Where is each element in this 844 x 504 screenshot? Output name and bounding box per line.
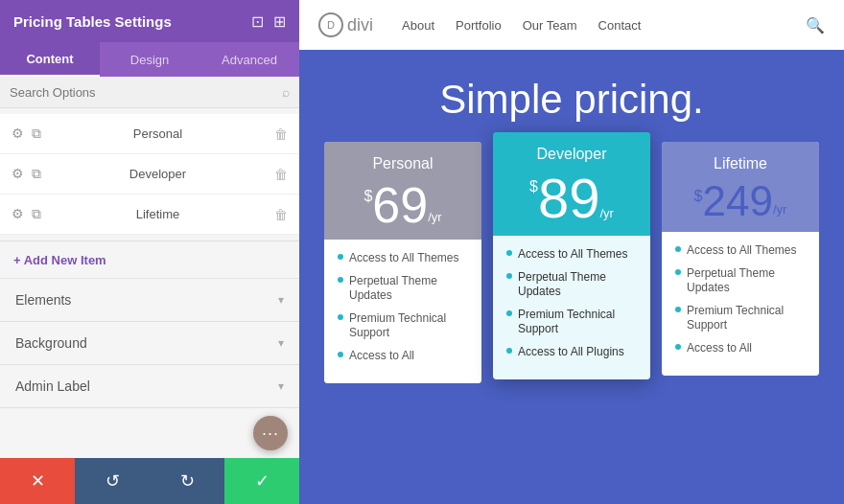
cancel-button[interactable]: ✕	[0, 458, 75, 504]
pricing-card-lifetime: Lifetime $ 249 /yr Access to All Themes …	[662, 142, 819, 376]
pricing-title: Simple pricing.	[299, 50, 844, 142]
feature-text: Perpetual Theme Updates	[518, 270, 637, 300]
feature-dot	[338, 254, 343, 260]
content-area: Simple pricing. Personal $ 69 /yr Access…	[299, 50, 844, 504]
list-item: Perpetual Theme Updates	[338, 274, 468, 304]
add-new-item-button[interactable]: + Add New Item	[13, 253, 106, 267]
feature-text: Premium Technical Support	[349, 311, 468, 341]
feature-text: Access to All Plugins	[518, 345, 624, 360]
price-period-personal: /yr	[428, 210, 441, 224]
tab-design[interactable]: Design	[100, 42, 199, 77]
feature-dot	[675, 269, 681, 275]
nav-link-our-team[interactable]: Our Team	[523, 18, 577, 33]
accordion-elements: Elements ▾	[0, 279, 299, 322]
accordion-admin-label: Admin Label ▾	[0, 365, 299, 408]
delete-icon[interactable]: 🗑	[274, 207, 288, 222]
delete-icon[interactable]: 🗑	[274, 126, 288, 142]
card-header-developer: Developer $ 89 /yr	[493, 132, 650, 236]
list-item: Premium Technical Support	[338, 311, 468, 341]
feature-dot	[506, 273, 512, 279]
item-action-icons: ⚙ ⧉	[12, 206, 41, 222]
list-item: Access to All Themes	[506, 247, 637, 263]
pricing-card-developer: Developer $ 89 /yr Access to All Themes …	[493, 132, 650, 379]
feature-dot	[506, 310, 512, 316]
list-item: Access to All Plugins	[506, 345, 637, 360]
search-input[interactable]	[10, 85, 282, 100]
feature-text: Premium Technical Support	[687, 304, 806, 333]
price-currency-lifetime: $	[694, 188, 703, 205]
chevron-down-icon: ▾	[278, 379, 284, 393]
settings-icon[interactable]: ⚙	[12, 166, 24, 182]
grid-icon[interactable]: ⊞	[273, 12, 286, 31]
item-label: Personal	[41, 126, 274, 141]
plan-name-lifetime: Lifetime	[673, 155, 808, 172]
feature-dot	[675, 307, 681, 312]
price-display-lifetime: $ 249 /yr	[673, 180, 808, 222]
search-icon[interactable]: 🔍	[806, 16, 825, 34]
table-row: ⚙ ⧉ Developer 🗑	[0, 154, 299, 195]
panel-header: Pricing Tables Settings ⊡ ⊞	[0, 0, 299, 42]
panel-title: Pricing Tables Settings	[13, 13, 172, 30]
accordion-background-label: Background	[15, 335, 87, 351]
nav-bar: D divi About Portfolio Our Team Contact …	[299, 0, 844, 50]
logo-text: divi	[347, 15, 373, 35]
price-display-developer: $ 89 /yr	[504, 171, 639, 226]
feature-text: Perpetual Theme Updates	[687, 266, 806, 296]
feature-dot	[675, 246, 681, 252]
accordion-elements-header[interactable]: Elements ▾	[0, 279, 299, 321]
card-features-personal: Access to All Themes Perpetual Theme Upd…	[324, 240, 481, 383]
list-item: Access to All Themes	[675, 243, 806, 259]
undo-button[interactable]: ↺	[75, 458, 150, 504]
price-currency-developer: $	[529, 178, 538, 195]
feature-dot	[338, 352, 343, 357]
feature-text: Access to All Themes	[687, 243, 797, 259]
accordion-admin-label-label: Admin Label	[15, 378, 90, 394]
duplicate-icon[interactable]: ⧉	[32, 126, 41, 142]
nav-link-portfolio[interactable]: Portfolio	[456, 18, 502, 33]
nav-link-contact[interactable]: Contact	[598, 18, 642, 33]
redo-icon: ↻	[180, 470, 195, 492]
bottom-bar: ✕ ↺ ↻ ✓	[0, 458, 299, 504]
duplicate-icon[interactable]: ⧉	[32, 166, 41, 182]
window-icon[interactable]: ⊡	[251, 12, 264, 31]
feature-text: Access to All Themes	[349, 251, 459, 266]
price-amount-lifetime: 249	[703, 180, 773, 222]
tab-content[interactable]: Content	[0, 42, 100, 77]
list-item: Premium Technical Support	[506, 308, 637, 337]
list-item: Access to All Themes	[338, 251, 468, 266]
feature-text: Perpetual Theme Updates	[349, 274, 468, 304]
more-options-button[interactable]: ···	[253, 416, 288, 450]
list-item: Access to All	[675, 341, 806, 356]
feature-dot	[506, 250, 512, 256]
undo-icon: ↺	[106, 470, 120, 492]
card-header-lifetime: Lifetime $ 249 /yr	[662, 142, 819, 232]
logo-letter: D	[327, 19, 335, 31]
accordion-admin-label-header[interactable]: Admin Label ▾	[0, 365, 299, 407]
settings-icon[interactable]: ⚙	[12, 206, 24, 222]
duplicate-icon[interactable]: ⧉	[32, 206, 41, 222]
chevron-down-icon: ▾	[278, 336, 284, 350]
save-icon: ✓	[255, 470, 270, 492]
redo-button[interactable]: ↻	[150, 458, 224, 504]
feature-text: Access to All	[349, 349, 414, 364]
item-label: Lifetime	[41, 207, 274, 221]
feature-dot	[338, 277, 343, 283]
list-item: Perpetual Theme Updates	[506, 270, 637, 300]
settings-icon[interactable]: ⚙	[12, 126, 24, 142]
table-row: ⚙ ⧉ Lifetime 🗑	[0, 195, 299, 235]
delete-icon[interactable]: 🗑	[274, 167, 288, 182]
price-currency-personal: $	[363, 188, 372, 205]
card-header-personal: Personal $ 69 /yr	[324, 142, 481, 240]
nav-link-about[interactable]: About	[402, 18, 434, 33]
accordion-background-header[interactable]: Background ▾	[0, 322, 299, 364]
pricing-cards: Personal $ 69 /yr Access to All Themes P…	[299, 142, 844, 383]
card-features-lifetime: Access to All Themes Perpetual Theme Upd…	[662, 232, 819, 376]
plan-name-personal: Personal	[336, 155, 470, 172]
nav-links: About Portfolio Our Team Contact	[402, 18, 806, 33]
item-label: Developer	[41, 167, 274, 181]
accordion-elements-label: Elements	[15, 292, 71, 308]
tab-advanced[interactable]: Advanced	[199, 42, 299, 77]
pricing-card-personal: Personal $ 69 /yr Access to All Themes P…	[324, 142, 481, 383]
save-button[interactable]: ✓	[224, 458, 299, 504]
table-row: ⚙ ⧉ Personal 🗑	[0, 114, 299, 154]
